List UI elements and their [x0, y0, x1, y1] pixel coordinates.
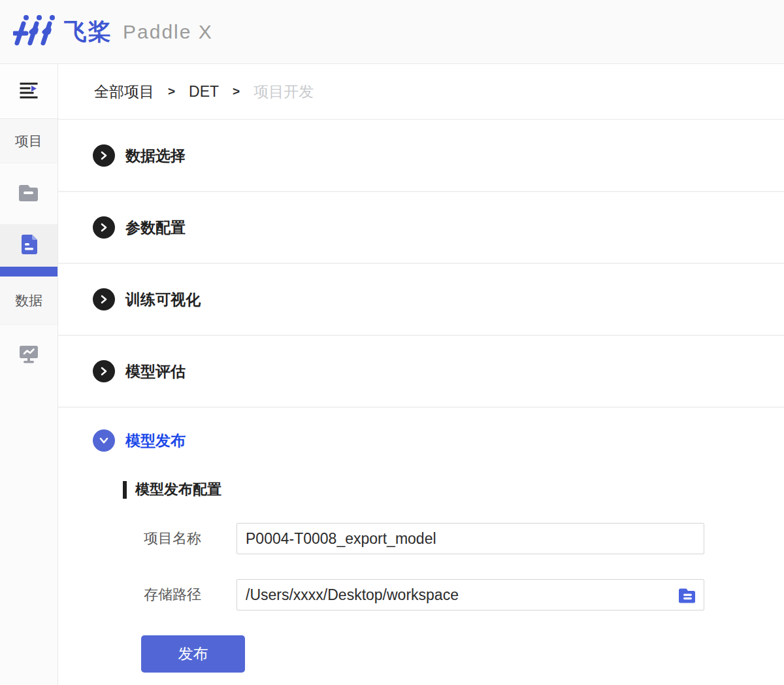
sidebar-active-indicator: [0, 267, 57, 276]
breadcrumb-item-project-develop: 项目开发: [253, 82, 314, 102]
section-title: 模型发布: [125, 431, 186, 451]
section-title: 模型评估: [125, 361, 186, 382]
section-row-model-publish[interactable]: 模型发布: [58, 408, 784, 473]
breadcrumb: 全部项目 > DET > 项目开发: [58, 64, 784, 120]
document-icon: [20, 234, 38, 257]
chevron-right-circle-icon[interactable]: [93, 144, 115, 167]
storage-path-label: 存储路径: [144, 585, 237, 605]
chevron-right-circle-icon[interactable]: [93, 288, 115, 310]
sidebar-item-data-monitor[interactable]: [0, 325, 57, 386]
section-row-train-visual[interactable]: 训练可视化: [58, 264, 784, 336]
chevron-right-circle-icon[interactable]: [93, 360, 115, 382]
sidebar-group-label-projects: 项目: [0, 119, 57, 163]
project-name-field-row: 项目名称: [144, 523, 784, 554]
section-title: 参数配置: [125, 218, 186, 238]
subtitle-marker: [123, 481, 127, 499]
logo-text-cn: 飞桨: [64, 16, 112, 47]
publish-button[interactable]: 发布: [141, 635, 245, 673]
sidebar-collapse-toggle[interactable]: [0, 64, 57, 119]
section-row-param-config[interactable]: 参数配置: [58, 192, 784, 264]
app-header: 飞桨 Paddle X: [0, 0, 784, 64]
project-name-label: 项目名称: [144, 529, 237, 548]
sidebar-item-project-develop[interactable]: [0, 224, 57, 267]
collapse-menu-icon: [19, 80, 39, 103]
subtitle-text: 模型发布配置: [135, 480, 221, 499]
storage-path-field-row: 存储路径: [144, 579, 784, 610]
breadcrumb-item-all-projects[interactable]: 全部项目: [94, 82, 154, 102]
logo-text-en: Paddle X: [123, 21, 213, 43]
main-content: 数据选择 参数配置 训练可视化 模型评估 模型发布 模型发布配置 项目名称: [58, 120, 784, 673]
paddle-logo: 飞桨 Paddle X: [13, 14, 213, 50]
breadcrumb-item-det[interactable]: DET: [189, 83, 219, 101]
storage-path-input[interactable]: [237, 579, 704, 610]
breadcrumb-separator: >: [233, 84, 240, 99]
monitor-chart-icon: [19, 344, 39, 366]
storage-path-input-wrap: [237, 579, 704, 610]
section-row-data-select[interactable]: 数据选择: [58, 120, 784, 192]
project-name-input-wrap: [237, 523, 704, 554]
section-row-model-eval[interactable]: 模型评估: [58, 336, 784, 408]
paddle-logo-mark-icon: [13, 14, 59, 50]
sidebar-item-project-list[interactable]: [0, 163, 57, 224]
sidebar-group-label-data: 数据: [0, 276, 57, 325]
sidebar: 项目 数据: [0, 64, 58, 685]
section-title: 训练可视化: [125, 290, 201, 310]
model-publish-panel: 模型发布配置 项目名称 存储路径 发布: [58, 480, 784, 673]
chevron-down-circle-icon[interactable]: [93, 429, 115, 452]
chevron-right-circle-icon[interactable]: [93, 216, 115, 239]
project-name-input[interactable]: [237, 523, 704, 554]
section-title: 数据选择: [125, 146, 186, 166]
folder-icon: [19, 184, 39, 204]
breadcrumb-separator: >: [168, 84, 175, 99]
publish-config-subtitle: 模型发布配置: [123, 480, 784, 499]
folder-browse-icon[interactable]: [679, 586, 696, 604]
